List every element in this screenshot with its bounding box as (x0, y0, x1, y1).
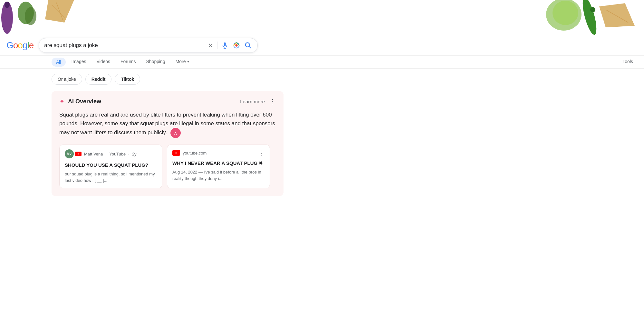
clear-button[interactable]: ✕ (207, 41, 214, 50)
source-cards: MV Matt Vena · YouTube · 2y ⋮ SHOULD YOU… (59, 145, 276, 188)
doodle-svg (0, 0, 644, 35)
card-1-avatar: MV (65, 149, 74, 158)
card-1-age: 2y (132, 152, 137, 156)
svg-point-3 (25, 7, 36, 25)
svg-point-17 (235, 44, 238, 46)
search-box: are squat plugs a joke ✕ (39, 38, 258, 53)
svg-line-19 (249, 46, 251, 48)
card-2-title-text: WHY I NEVER WEAR A SQUAT PLUG ✖ (172, 160, 263, 166)
card-1-snippet: our squad plug is a real thing. so i men… (65, 171, 157, 183)
svg-rect-13 (224, 42, 226, 46)
logo-o1: o (13, 40, 18, 50)
card-2-header: youtube.com ⋮ (172, 149, 264, 156)
svg-point-10 (590, 7, 595, 12)
svg-marker-11 (599, 3, 635, 27)
search-divider (217, 42, 217, 49)
card-1-separator2: · (128, 152, 130, 156)
tab-more-label: More (176, 59, 186, 64)
tab-forums[interactable]: Forums (116, 56, 140, 68)
source-card-1: MV Matt Vena · YouTube · 2y ⋮ SHOULD YOU… (59, 145, 162, 188)
card-1-platform: YouTube (109, 152, 126, 156)
search-icon (245, 42, 252, 49)
collapse-ai-button[interactable]: ∧ (170, 128, 181, 138)
chip-tiktok[interactable]: Tiktok (115, 74, 140, 85)
main-content: Or a joke Reddit Tiktok ✦ AI Overview Le… (0, 69, 290, 209)
nav-tabs: All Images Videos Forums Shopping More ▾… (0, 56, 644, 69)
learn-more-link[interactable]: Learn more (240, 99, 265, 104)
card-1-separator: · (106, 152, 107, 156)
card-1-author: Matt Vena (84, 152, 103, 156)
chips-row: Or a joke Reddit Tiktok (52, 74, 284, 85)
tab-images[interactable]: Images (67, 56, 91, 68)
ai-title-row: ✦ AI Overview (59, 98, 101, 105)
card-1-yt-badge (75, 152, 82, 156)
tab-more[interactable]: More ▾ (171, 56, 194, 68)
top-bar: Google are squat plugs a joke ✕ (0, 35, 644, 56)
logo-o2: o (18, 40, 23, 50)
chip-reddit[interactable]: Reddit (85, 74, 112, 85)
tab-shopping[interactable]: Shopping (142, 56, 170, 68)
lens-search-button[interactable] (232, 41, 241, 50)
card-2-more-options-button[interactable]: ⋮ (259, 149, 264, 156)
voice-search-button[interactable] (221, 41, 229, 50)
source-card-2: youtube.com ⋮ WHY I NEVER WEAR A SQUAT P… (167, 145, 270, 188)
search-icons: ✕ (207, 41, 252, 50)
tab-tools[interactable]: Tools (618, 56, 638, 68)
ai-overview-title: AI Overview (68, 98, 101, 105)
tab-all[interactable]: All (52, 58, 66, 67)
mic-icon (221, 42, 228, 49)
search-input[interactable]: are squat plugs a joke (44, 42, 204, 49)
ai-more-options-button[interactable]: ⋮ (269, 98, 276, 105)
card-2-source: youtube.com (172, 150, 207, 156)
doodle-header (0, 0, 644, 35)
card-2-title: WHY I NEVER WEAR A SQUAT PLUG ✖ (172, 160, 264, 166)
svg-point-9 (580, 0, 599, 35)
svg-point-1 (5, 2, 10, 8)
card-1-header: MV Matt Vena · YouTube · 2y ⋮ (65, 149, 157, 158)
ai-overview-body: Squat plugs are real and are used by eli… (59, 110, 276, 138)
ai-overview-actions: Learn more ⋮ (240, 98, 276, 105)
card-2-yt-badge (172, 150, 180, 156)
chip-or-a-joke[interactable]: Or a joke (52, 74, 82, 85)
google-logo: Google (6, 40, 34, 51)
svg-point-8 (553, 1, 578, 25)
ai-sparkle-icon: ✦ (59, 98, 65, 105)
search-button[interactable] (244, 41, 252, 50)
card-1-more-options-button[interactable]: ⋮ (151, 150, 157, 157)
logo-e: e (29, 40, 34, 50)
ai-overview-section: ✦ AI Overview Learn more ⋮ Squat plugs a… (52, 91, 284, 196)
ai-overview-header: ✦ AI Overview Learn more ⋮ (59, 98, 276, 105)
lens-icon (233, 42, 240, 49)
ai-overview-text: Squat plugs are real and are used by eli… (59, 112, 275, 136)
chevron-up-icon: ∧ (174, 130, 178, 136)
card-2-snippet: Aug 14, 2022 — i've said it before all t… (172, 169, 264, 182)
tab-videos[interactable]: Videos (92, 56, 115, 68)
more-chevron-icon: ▾ (187, 59, 189, 64)
card-1-title: SHOULD YOU USE A SQUAT PLUG? (65, 162, 157, 168)
card-1-source: MV Matt Vena · YouTube · 2y (65, 149, 137, 158)
card-2-author: youtube.com (183, 151, 207, 155)
logo-g: G (6, 40, 13, 50)
logo-g2: g (23, 40, 27, 50)
